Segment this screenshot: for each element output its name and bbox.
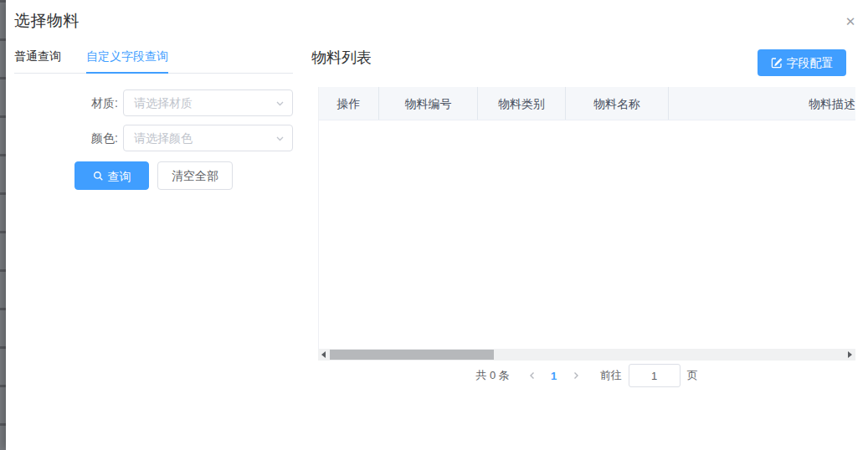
col-header-material-no: 物料编号	[379, 87, 478, 120]
goto-label: 前往	[600, 368, 622, 383]
scroll-left-arrow-icon[interactable]	[321, 351, 326, 358]
query-button-label: 查询	[108, 170, 131, 183]
material-select-placeholder: 请选择材质	[134, 90, 193, 115]
table-empty-body	[319, 120, 855, 349]
clear-all-label: 清空全部	[172, 169, 218, 182]
page-number-1[interactable]: 1	[543, 370, 565, 382]
chevron-down-icon	[275, 133, 285, 144]
material-select[interactable]: 请选择材质	[123, 89, 293, 116]
query-tab-bar: 普通查询自定义字段查询	[14, 46, 293, 74]
tab-normal-query[interactable]: 普通查询	[14, 46, 61, 74]
scrollbar-thumb[interactable]	[330, 350, 494, 360]
material-label: 材质:	[69, 89, 118, 116]
color-select-placeholder: 请选择颜色	[134, 125, 193, 151]
table-header-row: 操作 物料编号 物料类别 物料名称 物料描述	[319, 87, 855, 120]
col-header-operation: 操作	[319, 87, 379, 120]
pagination: 共 0 条 1 前往 页	[318, 363, 855, 388]
search-icon	[93, 171, 104, 182]
material-list-title: 物料列表	[311, 48, 372, 68]
color-label: 颜色:	[69, 125, 118, 151]
dialog-title: 选择物料	[14, 10, 80, 32]
chevron-down-icon	[275, 98, 285, 109]
col-header-material-description: 物料描述	[669, 87, 855, 120]
horizontal-scrollbar[interactable]	[318, 349, 855, 361]
field-config-label: 字段配置	[787, 56, 834, 69]
query-button[interactable]: 查询	[74, 161, 149, 190]
col-header-material-name: 物料名称	[566, 87, 669, 120]
prev-page-icon[interactable]	[521, 364, 543, 387]
material-table: 操作 物料编号 物料类别 物料名称 物料描述	[318, 87, 855, 349]
goto-page-input[interactable]	[629, 364, 681, 387]
edit-icon	[771, 57, 783, 69]
col-header-material-category: 物料类别	[478, 87, 566, 120]
next-page-icon[interactable]	[565, 364, 587, 387]
field-config-button[interactable]: 字段配置	[758, 49, 846, 76]
total-count-label: 共 0 条	[475, 368, 509, 383]
close-icon[interactable]: ✕	[842, 13, 859, 30]
scroll-right-arrow-icon[interactable]	[848, 351, 852, 358]
modal-backdrop	[0, 0, 6, 450]
page-unit-label: 页	[687, 368, 698, 383]
select-material-dialog: 选择物料 ✕ 普通查询自定义字段查询 材质: 请选择材质 颜色: 请选择颜色 查…	[6, 0, 868, 450]
color-select[interactable]: 请选择颜色	[123, 125, 293, 151]
tab-custom-field-query[interactable]: 自定义字段查询	[86, 46, 168, 74]
clear-all-button[interactable]: 清空全部	[157, 161, 233, 190]
